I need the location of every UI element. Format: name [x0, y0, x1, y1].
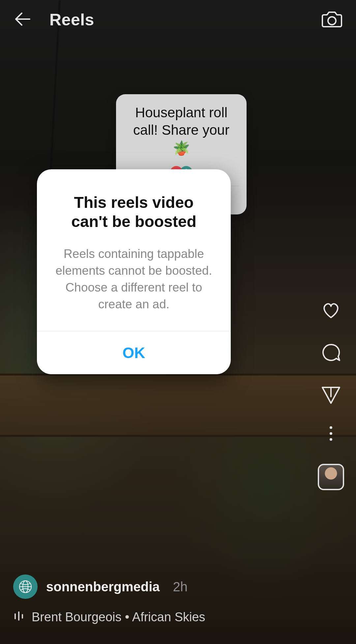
alert-content: This reels video can't be boosted Reels …	[37, 169, 231, 331]
top-bar: Reels	[0, 0, 356, 40]
audio-bars-icon	[13, 610, 24, 624]
audio-thumbnail[interactable]	[318, 464, 344, 490]
svg-point-1	[328, 17, 336, 25]
screen: Reels Houseplant roll call! Share your 🪴	[0, 0, 356, 644]
alert-title-line-1: This reels video	[74, 194, 194, 211]
author-username[interactable]: sonnenbergmedia	[46, 579, 160, 594]
sticker-text-line-1: Houseplant roll	[135, 105, 227, 120]
post-timestamp: 2h	[173, 579, 188, 594]
sticker-text: Houseplant roll call! Share your 🪴	[124, 104, 239, 157]
send-icon[interactable]	[320, 384, 341, 406]
sticker-text-line-2: call! Share your	[133, 122, 229, 138]
ok-button[interactable]: OK	[37, 331, 231, 374]
camera-icon[interactable]	[321, 8, 343, 31]
plant-emoji: 🪴	[173, 140, 190, 157]
alert-title: This reels video can't be boosted	[53, 193, 215, 231]
audio-row[interactable]: Brent Bourgeois • African Skies	[13, 610, 303, 624]
audio-track-label: Brent Bourgeois • African Skies	[32, 610, 205, 624]
avatar[interactable]	[13, 574, 38, 599]
action-rail	[318, 300, 344, 490]
author-row[interactable]: sonnenbergmedia 2h	[13, 574, 303, 599]
reel-meta: sonnenbergmedia 2h Brent Bourgeois • Afr…	[13, 574, 303, 624]
back-arrow-icon[interactable]	[13, 9, 33, 30]
alert-body: Reels containing tappable elements canno…	[53, 245, 215, 313]
more-vertical-icon[interactable]	[330, 426, 332, 441]
comment-icon[interactable]	[320, 342, 341, 364]
alert-dialog: This reels video can't be boosted Reels …	[37, 169, 231, 374]
heart-icon[interactable]	[320, 300, 341, 322]
alert-title-line-2: can't be boosted	[71, 213, 196, 230]
page-title: Reels	[49, 10, 94, 29]
